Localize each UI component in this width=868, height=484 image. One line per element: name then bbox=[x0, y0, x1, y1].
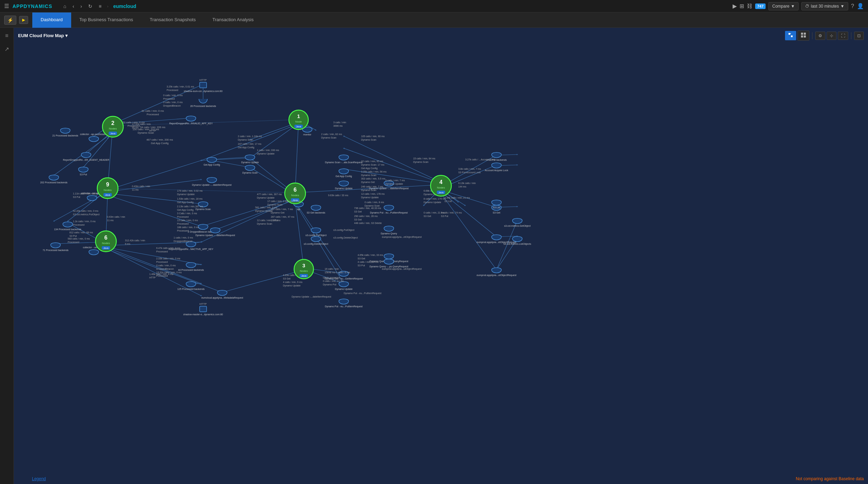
svg-rect-3 bbox=[801, 33, 803, 35]
svg-text:Dynamo Put - eu...PutItemReque: Dynamo Put - eu...PutItemRequest bbox=[344, 292, 382, 295]
sidebar-menu-icon[interactable]: ≡ bbox=[0, 31, 14, 41]
svg-text:2 calls / min, 1.24k ms: 2 calls / min, 1.24k ms bbox=[238, 135, 262, 137]
svg-text:44 Processed backends: 44 Processed backends bbox=[178, 269, 204, 271]
tab-transaction-snapshots[interactable]: Transaction Snapshots bbox=[141, 12, 204, 28]
breadcrumb-separator: › bbox=[107, 4, 108, 8]
svg-text:Dynamo Update: Dynamo Update bbox=[177, 193, 195, 196]
svg-text:2 calls / min, 82 ms: 2 calls / min, 82 ms bbox=[321, 133, 342, 135]
link-icon[interactable]: ⛓ bbox=[747, 3, 752, 9]
svg-text:81 calls / min; 0 ms: 81 calls / min; 0 ms bbox=[142, 109, 164, 112]
svg-text:246 calls / min, 7 ms: 246 calls / min, 7 ms bbox=[361, 185, 383, 188]
svg-text:S3 Put: S3 Put bbox=[80, 173, 87, 176]
lightning-icon[interactable]: ⚡ bbox=[4, 16, 16, 25]
tab-transaction-analysis[interactable]: Transaction Analysis bbox=[204, 12, 262, 28]
node-4: 4 Nodes Java bbox=[431, 175, 451, 196]
svg-text:S3 Put: S3 Put bbox=[69, 235, 77, 237]
svg-text:188 calls / min, 0 ms: 188 calls / min, 0 ms bbox=[177, 226, 199, 228]
map-layout-button[interactable]: ⊹ bbox=[827, 32, 836, 40]
user-icon[interactable]: 👤 bbox=[857, 3, 864, 9]
svg-text:Dynamo Update: Dynamo Update bbox=[424, 201, 441, 204]
svg-text:22 calls / min, 85 ms: 22 calls / min, 85 ms bbox=[361, 160, 383, 162]
svg-text:Dynamo Get: Dynamo Get bbox=[361, 181, 375, 184]
map-title[interactable]: EUM Cloud Flow Map ▾ bbox=[18, 33, 68, 38]
svg-text:Get App Config: Get App Config bbox=[238, 146, 254, 149]
svg-text:Processed: Processed bbox=[177, 230, 189, 232]
svg-text:Java: Java bbox=[301, 275, 307, 277]
forward-icon[interactable]: › bbox=[78, 3, 84, 10]
grid-icon[interactable]: ⊞ bbox=[740, 3, 744, 9]
svg-text:eumprod.appdyna...utObjectRequ: eumprod.appdyna...utObjectRequest bbox=[477, 274, 516, 277]
expand-icon[interactable]: ▶ bbox=[19, 16, 28, 24]
map-flow-button[interactable] bbox=[785, 31, 796, 40]
svg-text:S3 Get backends: S3 Get backends bbox=[307, 211, 325, 214]
svg-rect-4 bbox=[804, 33, 806, 35]
svg-text:Dynamo Query: Dynamo Query bbox=[381, 232, 397, 235]
svg-text:Java: Java bbox=[110, 132, 116, 135]
svg-text:1.11k calls / min; 680 ms: 1.11k calls / min; 680 ms bbox=[73, 192, 100, 195]
baseline-comparison-status: Not comparing against Baseline data bbox=[796, 476, 864, 481]
more-icon[interactable]: ≡ bbox=[97, 3, 103, 10]
map-expand-button[interactable]: ⛶ bbox=[838, 32, 848, 40]
refresh-icon[interactable]: ↻ bbox=[86, 3, 94, 10]
svg-text:2: 2 bbox=[111, 120, 115, 126]
svg-text:Java: Java bbox=[439, 191, 444, 194]
svg-text:0 calls / min; 7 ms: 0 calls / min; 7 ms bbox=[385, 179, 405, 182]
svg-text:Dynamo Scan: Dynamo Scan bbox=[321, 136, 336, 139]
svg-text:Processed: Processed bbox=[177, 216, 189, 218]
svg-text:Get App Config: Get App Config bbox=[203, 164, 220, 166]
svg-text:Processed: Processed bbox=[163, 98, 175, 100]
svg-text:Dynamo Scan: Dynamo Scan bbox=[137, 131, 154, 134]
svg-rect-1 bbox=[791, 35, 793, 37]
home-icon[interactable]: ⌂ bbox=[61, 3, 68, 10]
svg-text:S3.col.metrics.PutObject: S3.col.metrics.PutObject bbox=[73, 213, 100, 216]
svg-text:Dynamo Scan: Dynamo Scan bbox=[195, 208, 211, 211]
svg-text:Java: Java bbox=[296, 125, 301, 128]
app-menu-icon[interactable]: ☰ bbox=[4, 3, 9, 9]
svg-text:S3 Get: S3 Get bbox=[283, 277, 291, 280]
svg-text:S3 Put: S3 Put bbox=[441, 215, 448, 217]
svg-text:477 calls / min, 307 ms: 477 calls / min, 307 ms bbox=[257, 193, 282, 195]
svg-text:Dynamo Put - eu...PutItemReque: Dynamo Put - eu...PutItemRequest bbox=[325, 305, 363, 308]
svg-text:Dynamo Update: Dynamo Update bbox=[283, 284, 301, 287]
node-1: 1 Node Java bbox=[289, 110, 308, 130]
time-range-button[interactable]: ⏱ last 30 minutes ▼ bbox=[801, 2, 848, 10]
svg-text:s3.config.DeleteObject: s3.config.DeleteObject bbox=[333, 236, 358, 239]
node-6b: 6 Nodes Java bbox=[95, 231, 116, 252]
svg-text:Dynamo Scan: Dynamo Scan bbox=[257, 223, 272, 225]
svg-text:467 calls / min, 200 ms: 467 calls / min, 200 ms bbox=[147, 138, 173, 141]
svg-text:134 Processed backends: 134 Processed backends bbox=[54, 228, 82, 231]
svg-text:Dynamo Scan: Dynamo Scan bbox=[361, 174, 376, 177]
map-fullscreen-button[interactable]: ⊡ bbox=[854, 32, 864, 40]
svg-text:S3 Put: S3 Put bbox=[358, 264, 365, 267]
svg-text:312.42k calls / min: 312.42k calls / min bbox=[125, 239, 145, 242]
svg-text:Processed: Processed bbox=[156, 261, 168, 263]
svg-text:Dynamo Scan -...ata.ScanReques: Dynamo Scan -...ata.ScanRequest bbox=[325, 161, 362, 164]
svg-rect-9 bbox=[14, 34, 868, 478]
svg-text:Dynamo Get: Dynamo Get bbox=[271, 211, 284, 214]
tab-top-business-transactions[interactable]: Top Business Transactions bbox=[71, 12, 142, 28]
svg-text:6: 6 bbox=[294, 187, 297, 193]
svg-text:6.13k calls / min: 6.13k calls / min bbox=[458, 182, 476, 184]
help-icon[interactable]: ? bbox=[851, 3, 854, 9]
current-app: eumcloud bbox=[113, 3, 136, 9]
svg-text:12 calls / min, 178 ms: 12 calls / min, 178 ms bbox=[361, 193, 385, 195]
svg-text:eumcloud.appdyna...MetadataReq: eumcloud.appdyna...MetadataRequest bbox=[201, 297, 243, 299]
svg-text:4: 4 bbox=[440, 179, 443, 185]
svg-text:s3.config.PutObject: s3.config.PutObject bbox=[333, 229, 354, 232]
svg-text:3.8k calls / min, 7 ms: 3.8k calls / min, 7 ms bbox=[458, 168, 481, 170]
svg-text:Dynamo Update: Dynamo Update bbox=[255, 210, 273, 212]
map-grid-button[interactable] bbox=[798, 31, 809, 41]
svg-text:3.27k calls / ...Account Lock: 3.27k calls / ...Account Lock bbox=[465, 158, 495, 161]
svg-text:9 calls / min, 74 ms: 9 calls / min, 74 ms bbox=[441, 211, 462, 214]
map-settings-button[interactable]: ⚙ bbox=[815, 32, 825, 40]
video-icon[interactable]: ▶ bbox=[733, 3, 737, 9]
legend-link[interactable]: Legend bbox=[32, 476, 46, 481]
compare-button[interactable]: Compare ▼ bbox=[768, 2, 799, 10]
tab-dashboard[interactable]: Dashboard bbox=[32, 12, 71, 28]
sidebar-expand-icon[interactable]: ↗ bbox=[0, 44, 14, 55]
svg-text:Get App Config: Get App Config bbox=[177, 201, 194, 204]
svg-text:52.20k calls / min, 0 ms: 52.20k calls / min, 0 ms bbox=[73, 210, 99, 212]
svg-text:Nodes: Nodes bbox=[102, 242, 110, 245]
svg-text:15 calls / min, 84 ms: 15 calls / min, 84 ms bbox=[413, 157, 435, 160]
back-icon[interactable]: ‹ bbox=[70, 3, 76, 10]
